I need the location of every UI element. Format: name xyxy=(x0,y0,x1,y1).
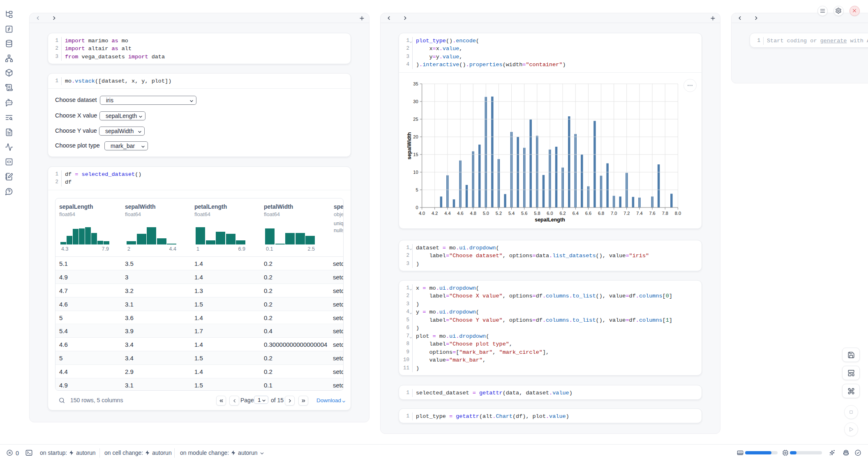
svg-text:6.8: 6.8 xyxy=(598,211,604,216)
svg-text:sepalWidth: sepalWidth xyxy=(406,132,412,160)
svg-text:sepalLength: sepalLength xyxy=(535,217,565,223)
svg-text:6.6: 6.6 xyxy=(585,211,591,216)
svg-text:20: 20 xyxy=(413,134,418,139)
svg-text:7.0: 7.0 xyxy=(611,211,617,216)
svg-text:0: 0 xyxy=(416,205,418,210)
svg-text:6.4: 6.4 xyxy=(573,211,579,216)
svg-text:30: 30 xyxy=(413,99,418,104)
svg-text:4.0: 4.0 xyxy=(419,211,425,216)
svg-text:5.0: 5.0 xyxy=(483,211,489,216)
svg-text:4.6: 4.6 xyxy=(457,211,463,216)
svg-text:8.0: 8.0 xyxy=(675,211,681,216)
svg-text:35: 35 xyxy=(413,81,418,86)
svg-text:10: 10 xyxy=(413,170,418,175)
svg-text:5.4: 5.4 xyxy=(508,211,515,216)
svg-text:4.4: 4.4 xyxy=(444,211,450,216)
svg-text:4.2: 4.2 xyxy=(432,211,438,216)
svg-text:7.2: 7.2 xyxy=(623,211,630,216)
svg-text:6.2: 6.2 xyxy=(559,211,566,216)
svg-text:5.6: 5.6 xyxy=(521,211,527,216)
svg-text:4.8: 4.8 xyxy=(470,211,476,216)
svg-text:5: 5 xyxy=(416,187,418,192)
svg-text:5.2: 5.2 xyxy=(496,211,502,216)
svg-text:7.6: 7.6 xyxy=(649,211,655,216)
svg-text:7.8: 7.8 xyxy=(662,211,668,216)
svg-text:6.0: 6.0 xyxy=(547,211,553,216)
svg-text:7.4: 7.4 xyxy=(636,211,642,216)
svg-text:15: 15 xyxy=(413,152,418,157)
svg-text:5.8: 5.8 xyxy=(534,211,540,216)
svg-text:25: 25 xyxy=(413,117,418,122)
